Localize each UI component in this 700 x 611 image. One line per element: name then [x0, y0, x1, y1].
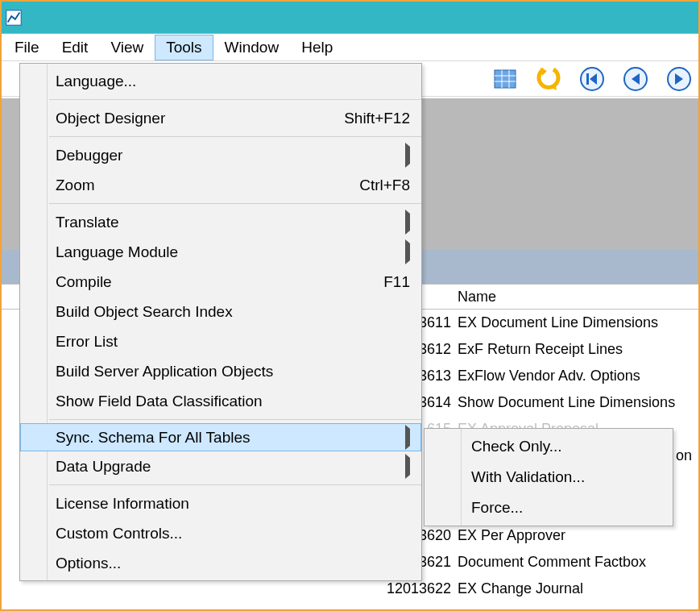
menu-item-object-designer[interactable]: Object Designer Shift+F12: [20, 103, 421, 133]
menu-item-sync-schema[interactable]: Sync. Schema For All Tables: [20, 423, 421, 451]
submenu-arrow-icon: [405, 458, 410, 476]
tools-dropdown: Language... Object Designer Shift+F12 De…: [19, 63, 422, 581]
menu-item-options[interactable]: Options...: [20, 548, 421, 578]
refresh-icon[interactable]: [536, 66, 561, 92]
menu-item-zoom[interactable]: Zoom Ctrl+F8: [20, 170, 421, 200]
menu-item-label: Custom Controls...: [56, 525, 410, 542]
submenu-arrow-icon: [405, 243, 410, 261]
menu-item-label: Sync. Schema For All Tables: [56, 429, 394, 447]
menu-item-label: Zoom: [56, 177, 359, 194]
sync-schema-submenu: Check Only... With Validation... Force..…: [424, 428, 673, 526]
menu-item-accelerator: Shift+F12: [344, 110, 410, 127]
menubar: File Edit View Tools Window Help: [2, 34, 698, 61]
menu-item-label: Debugger: [56, 147, 394, 164]
cell-name: EX Change Journal: [458, 580, 698, 597]
menu-item-label: Language...: [56, 73, 410, 90]
menu-item-label: With Validation...: [471, 468, 585, 486]
window-titlebar: [2, 2, 698, 34]
menu-item-accelerator: F11: [383, 273, 410, 291]
menu-item-label: License Information: [56, 495, 410, 513]
nav-first-icon[interactable]: [579, 66, 605, 92]
menu-item-label: Language Module: [56, 243, 394, 261]
menu-item-label: Options...: [56, 555, 410, 572]
menu-item-debugger[interactable]: Debugger: [20, 140, 421, 170]
menu-separator: [49, 419, 421, 420]
menu-item-label: Translate: [56, 214, 394, 231]
table-icon[interactable]: [492, 66, 518, 92]
menu-separator: [49, 484, 421, 485]
menu-separator: [49, 136, 421, 137]
menu-item-show-field[interactable]: Show Field Data Classification: [20, 386, 421, 416]
cell-name: EX Per Approver: [458, 527, 698, 544]
menu-item-compile[interactable]: Compile F11: [20, 267, 421, 297]
app-logo-icon: [5, 9, 23, 27]
cell-name: EX Document Line Dimensions: [458, 314, 698, 331]
menu-tools[interactable]: Tools: [155, 35, 213, 60]
cell-name: ExFlow Vendor Adv. Options: [458, 368, 698, 384]
menu-file[interactable]: File: [3, 35, 51, 60]
menu-item-label: Data Upgrade: [56, 458, 394, 476]
svg-rect-1: [495, 70, 516, 88]
submenu-arrow-icon: [405, 147, 410, 164]
nav-prev-icon[interactable]: [623, 66, 648, 92]
cell-name: Document Comment Factbox: [458, 554, 698, 571]
submenu-item-check-only[interactable]: Check Only...: [425, 431, 673, 462]
menu-item-label: Build Object Search Index: [56, 303, 410, 321]
menu-item-error-list[interactable]: Error List: [20, 326, 421, 356]
submenu-arrow-icon: [405, 429, 410, 447]
menu-view[interactable]: View: [99, 35, 155, 60]
menu-item-license-info[interactable]: License Information: [20, 488, 421, 518]
menu-item-label: Build Server Application Objects: [56, 363, 410, 380]
menu-item-label: Show Field Data Classification: [56, 393, 410, 410]
menu-separator: [49, 203, 421, 204]
menu-item-label: Check Only...: [471, 438, 562, 455]
menu-help[interactable]: Help: [290, 35, 344, 60]
menu-item-translate[interactable]: Translate: [20, 207, 421, 237]
submenu-item-force[interactable]: Force...: [425, 493, 673, 523]
menu-window[interactable]: Window: [213, 35, 291, 60]
menu-item-build-index[interactable]: Build Object Search Index: [20, 297, 421, 326]
menu-item-language[interactable]: Language...: [20, 66, 421, 96]
submenu-arrow-icon: [405, 214, 410, 231]
cell-name: ExF Return Receipt Lines: [458, 341, 698, 358]
cell-id: 12013622: [2, 580, 458, 597]
column-header-name-label: Name: [458, 289, 496, 306]
menu-item-language-module[interactable]: Language Module: [20, 237, 421, 267]
menu-item-build-server[interactable]: Build Server Application Objects: [20, 356, 421, 386]
menu-item-label: Compile: [56, 273, 383, 291]
menu-separator: [49, 99, 421, 100]
menu-edit[interactable]: Edit: [51, 35, 100, 60]
nav-next-icon[interactable]: [666, 66, 692, 92]
menu-item-custom-controls[interactable]: Custom Controls...: [20, 518, 421, 548]
svg-rect-9: [586, 73, 589, 85]
menu-item-label: Force...: [471, 499, 523, 517]
cell-name: Show Document Line Dimensions: [458, 394, 698, 411]
menu-item-data-upgrade[interactable]: Data Upgrade: [20, 451, 421, 481]
submenu-item-with-validation[interactable]: With Validation...: [425, 462, 673, 493]
menu-item-label: Error List: [56, 333, 410, 351]
menu-item-label: Object Designer: [56, 110, 344, 127]
menu-item-accelerator: Ctrl+F8: [359, 177, 410, 194]
